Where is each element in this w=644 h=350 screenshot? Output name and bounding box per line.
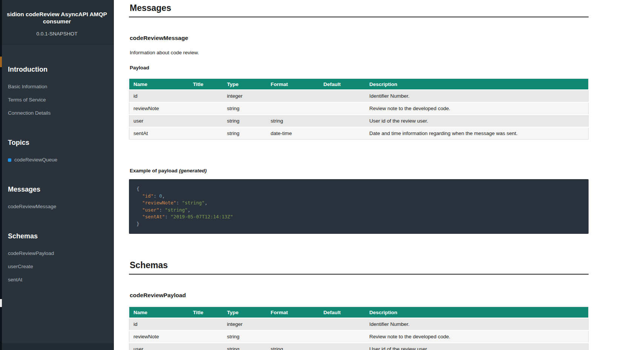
cell-title [189,318,223,330]
payload-example-code-block: { "id": 0, "reviewNote": "string", "user… [129,179,589,234]
cell-default [319,127,365,140]
messages-section-title: Messages [129,0,589,17]
example-label-text: Example of payload [130,168,178,173]
sidebar-item-label: Connection Details [8,110,51,116]
cell-description: Identifier Number. [365,90,589,102]
cell-title [189,330,223,343]
cell-name: reviewNote [129,330,189,343]
sidebar-section-heading-schemas: Schemas [8,233,106,239]
minimap-scroll-thumb[interactable] [0,299,2,307]
cell-title [189,102,223,115]
sidebar-section-heading-topics: Topics [8,139,106,146]
sidebar-item-label: Basic Information [8,84,47,89]
cell-default [319,318,365,330]
sidebar-item-codeReviewMessage[interactable]: codeReviewMessage [8,204,106,209]
table-row-user: userstringstringUser id of the review us… [129,115,589,127]
sidebar-item-label: userCreate [8,264,33,269]
cell-default [319,102,365,115]
code-line: "id": 0, [136,193,581,200]
cell-type: string [223,330,267,343]
code-line: { [136,186,581,193]
sidebar: sidion codeReview AsyncAPI AMQP consumer… [0,0,114,350]
content-inner: Messages codeReviewMessage Information a… [129,0,589,350]
sidebar-nav: IntroductionBasic InformationTerms of Se… [0,45,114,282]
cell-format: string [267,115,319,127]
app-version: 0.0.1-SNAPSHOT [5,31,109,37]
sidebar-item-codeReviewPayload[interactable]: codeReviewPayload [8,251,106,256]
sidebar-item-label: sentAt [8,277,22,282]
sidebar-item-label: Terms of Service [8,97,46,103]
cell-type: string [223,127,267,140]
table-header-row: NameTitleTypeFormatDefaultDescription [129,79,589,90]
table-row-id: idintegerIdentifier Number. [129,318,589,330]
cell-type: integer [223,90,267,102]
payload-table: NameTitleTypeFormatDefaultDescriptionidi… [129,78,589,140]
sidebar-section-heading-introduction: Introduction [8,66,106,73]
column-header-format: Format [267,79,319,90]
cell-default [319,115,365,127]
cell-name: user [129,343,189,350]
schema-name-heading: codeReviewPayload [129,292,589,299]
table-row-reviewNote: reviewNotestringReview note to the devel… [129,102,589,115]
code-line: "user": "string", [136,207,581,214]
table-row-id: idintegerIdentifier Number. [129,90,589,102]
topic-marker-icon [8,158,11,162]
cell-format [267,102,319,115]
sidebar-bottom-shade [0,343,114,350]
cell-name: user [129,115,189,127]
sidebar-item-userCreate[interactable]: userCreate [8,264,106,269]
cell-title [189,115,223,127]
cell-description: Review note to the developed code. [365,330,589,343]
cell-title [189,343,223,350]
payload-label: Payload [129,65,589,71]
column-header-title: Title [189,79,223,90]
cell-format [267,330,319,343]
sidebar-item-codeReviewQueue[interactable]: codeReviewQueue [8,157,106,163]
app-title: sidion codeReview AsyncAPI AMQP consumer [5,11,109,25]
column-header-title: Title [189,307,223,318]
column-header-description: Description [365,307,589,318]
minimap-scrollbar[interactable] [0,0,2,350]
cell-type: string [223,343,267,350]
cell-type: string [223,115,267,127]
cell-name: sentAt [129,127,189,140]
cell-default [319,90,365,102]
cell-format: string [267,343,319,350]
cell-format [267,318,319,330]
sidebar-item-Basic Information[interactable]: Basic Information [8,84,106,89]
cell-default [319,343,365,350]
sidebar-item-label: codeReviewMessage [8,204,56,209]
table-row-sentAt: sentAtstringdate-timeDate and time infor… [129,127,589,140]
sidebar-item-Terms of Service[interactable]: Terms of Service [8,97,106,103]
page: sidion codeReview AsyncAPI AMQP consumer… [0,0,644,350]
main-content: Messages codeReviewMessage Information a… [114,0,644,350]
column-header-default: Default [319,307,365,318]
cell-name: id [129,318,189,330]
code-line: } [136,221,581,228]
column-header-type: Type [223,307,267,318]
cell-type: integer [223,318,267,330]
column-header-default: Default [319,79,365,90]
schemas-section-title: Schemas [129,260,589,275]
column-header-name: Name [129,79,189,90]
table-row-user: userstringstringUser id of the review us… [129,343,589,350]
sidebar-item-label: codeReviewQueue [14,157,57,163]
cell-description: Review note to the developed code. [365,102,589,115]
cell-title [189,127,223,140]
cell-description: User id of the review user. [365,115,589,127]
cell-default [319,330,365,343]
column-header-type: Type [223,79,267,90]
cell-description: Identifier Number. [365,318,589,330]
cell-format: date-time [267,127,319,140]
minimap-marker-icon [0,57,2,67]
sidebar-section-heading-messages: Messages [8,186,106,193]
cell-description: User id of the review user. [365,343,589,350]
code-line: "sentAt": "2019-05-07T12:14:13Z" [136,213,581,221]
table-row-reviewNote: reviewNotestringReview note to the devel… [129,330,589,343]
sidebar-header: sidion codeReview AsyncAPI AMQP consumer… [0,0,114,45]
sidebar-item-Connection Details[interactable]: Connection Details [8,111,106,116]
table-header-row: NameTitleTypeFormatDefaultDescription [129,307,589,318]
sidebar-item-sentAt[interactable]: sentAt [8,277,106,282]
cell-name: reviewNote [129,102,189,115]
example-of-payload-label: Example of payload (generated) [129,168,589,173]
